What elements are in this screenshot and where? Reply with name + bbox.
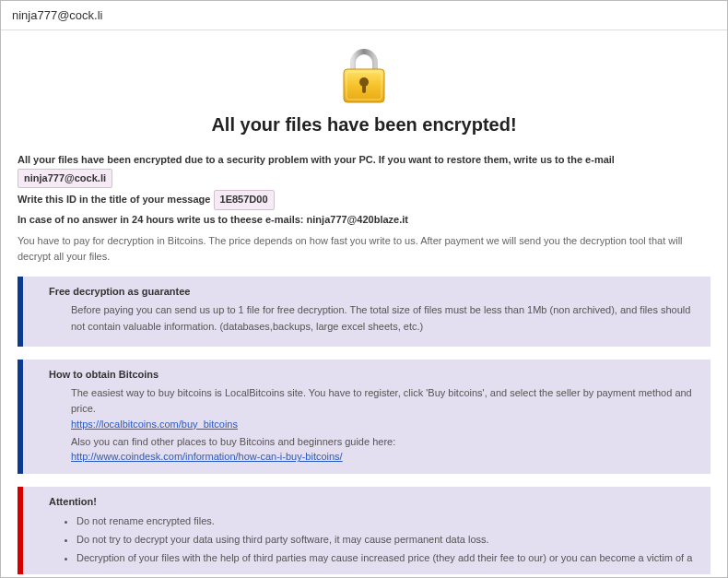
lock-icon-wrapper bbox=[18, 47, 710, 107]
window-titlebar: ninja777@cock.li bbox=[1, 1, 727, 30]
intro-text: All your files have been encrypted due t… bbox=[18, 152, 710, 228]
list-item: Do not rename encrypted files. bbox=[76, 513, 698, 531]
svg-rect-3 bbox=[362, 84, 366, 93]
block-free-decryption: Free decryption as guarantee Before payi… bbox=[18, 277, 710, 346]
email-2: ninja777@420blaze.it bbox=[307, 214, 408, 225]
block-obtain-bitcoins: How to obtain Bitcoins The easiest way t… bbox=[18, 360, 710, 475]
intro-line2: Write this ID in the title of your messa… bbox=[18, 194, 214, 205]
block1-title: Free decryption as guarantee bbox=[49, 286, 698, 297]
content-pane: pcrisk.com bbox=[1, 30, 727, 574]
intro-line1: All your files have been encrypted due t… bbox=[18, 154, 615, 165]
list-item: Do not try to decrypt your data using th… bbox=[76, 531, 698, 549]
block-attention: Attention! Do not rename encrypted files… bbox=[18, 487, 710, 574]
payment-note: You have to pay for decryption in Bitcoi… bbox=[18, 233, 710, 264]
block1-text: Before paying you can send us up to 1 fi… bbox=[71, 302, 698, 335]
list-item: Decryption of your files with the help o… bbox=[76, 549, 698, 574]
page-heading: All your files have been encrypted! bbox=[18, 114, 710, 136]
block2-text1: The easiest way to buy bitcoins is Local… bbox=[71, 385, 698, 418]
email-chip-1: ninja777@cock.li bbox=[18, 169, 112, 189]
link-localbitcoins[interactable]: https://localbitcoins.com/buy_bitcoins bbox=[71, 419, 238, 430]
lock-icon bbox=[338, 47, 390, 107]
block2-text2: Also you can find other places to buy Bi… bbox=[71, 434, 698, 451]
block2-title: How to obtain Bitcoins bbox=[49, 369, 698, 380]
attention-list: Do not rename encrypted files. Do not tr… bbox=[71, 513, 698, 574]
intro-line3: In case of no answer in 24 hours write u… bbox=[18, 214, 307, 225]
link-coindesk[interactable]: http://www.coindesk.com/information/how-… bbox=[71, 451, 343, 462]
id-chip: 1E857D00 bbox=[214, 190, 275, 210]
block3-title: Attention! bbox=[49, 496, 698, 507]
window-title: ninja777@cock.li bbox=[12, 8, 102, 22]
